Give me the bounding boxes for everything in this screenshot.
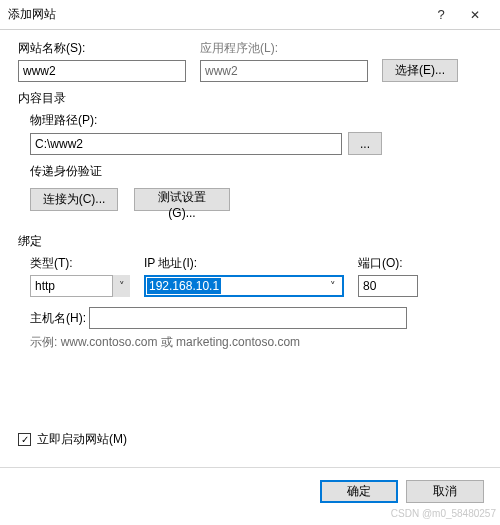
physical-path-label: 物理路径(P): — [30, 112, 97, 129]
ip-address-select[interactable]: 192.168.10.1 — [144, 275, 344, 297]
close-button[interactable] — [458, 3, 492, 27]
window-title: 添加网站 — [8, 6, 424, 23]
connect-as-button[interactable]: 连接为(C)... — [30, 188, 118, 211]
dialog-body: 网站名称(S): 应用程序池(L): 选择(E)... 内容目录 物理路径(P)… — [0, 30, 500, 467]
type-select[interactable] — [30, 275, 130, 297]
hostname-input[interactable] — [89, 307, 407, 329]
binding-title: 绑定 — [18, 233, 482, 250]
test-settings-button[interactable]: 测试设置(G)... — [134, 188, 230, 211]
type-label: 类型(T): — [30, 255, 130, 272]
select-app-pool-button[interactable]: 选择(E)... — [382, 59, 458, 82]
watermark-text: CSDN @m0_58480257 — [391, 508, 496, 519]
start-now-checkbox[interactable] — [18, 433, 31, 446]
start-now-label: 立即启动网站(M) — [37, 431, 127, 448]
chevron-down-icon — [112, 275, 130, 297]
cancel-button[interactable]: 取消 — [406, 480, 484, 503]
ip-label: IP 地址(I): — [144, 255, 344, 272]
title-bar: 添加网站 — [0, 0, 500, 30]
help-button[interactable] — [424, 3, 458, 27]
port-input[interactable] — [358, 275, 418, 297]
hostname-example: 示例: www.contoso.com 或 marketing.contoso.… — [30, 334, 482, 351]
ok-button[interactable]: 确定 — [320, 480, 398, 503]
app-pool-input — [200, 60, 368, 82]
chevron-down-icon — [324, 277, 342, 295]
ip-address-value: 192.168.10.1 — [147, 278, 221, 294]
content-dir-title: 内容目录 — [18, 90, 482, 107]
pass-auth-title: 传递身份验证 — [30, 163, 482, 180]
app-pool-label: 应用程序池(L): — [200, 40, 368, 57]
browse-path-button[interactable]: ... — [348, 132, 382, 155]
physical-path-input[interactable] — [30, 133, 342, 155]
hostname-label: 主机名(H): — [30, 310, 86, 327]
site-name-label: 网站名称(S): — [18, 40, 186, 57]
site-name-input[interactable] — [18, 60, 186, 82]
port-label: 端口(O): — [358, 255, 418, 272]
